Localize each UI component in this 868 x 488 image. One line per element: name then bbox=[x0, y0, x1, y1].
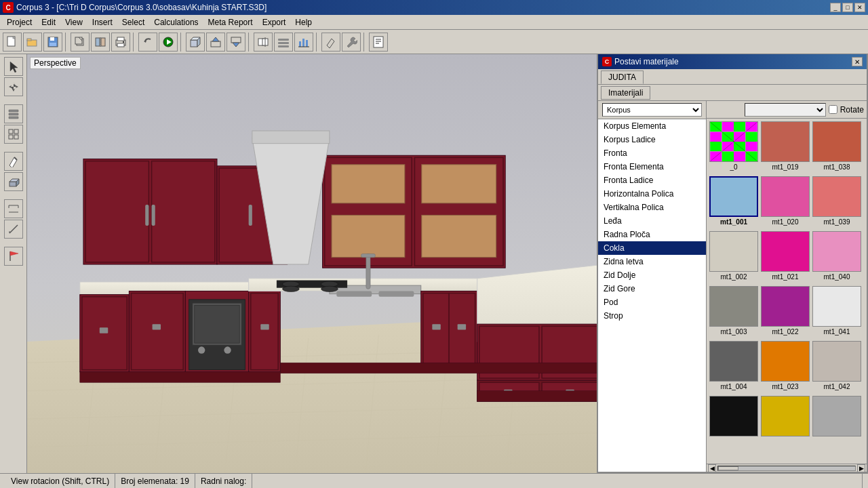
parts-item[interactable]: Fronta Ladice bbox=[598, 174, 706, 187]
mat-cell-001[interactable]: mt1_001 bbox=[709, 176, 758, 226]
tb-tools[interactable] bbox=[274, 33, 293, 52]
tb-report[interactable] bbox=[369, 33, 388, 52]
korpus-dropdown[interactable]: Korpus bbox=[602, 103, 702, 117]
parts-item[interactable]: Zid Gore bbox=[598, 282, 706, 296]
lt-measure[interactable] bbox=[4, 220, 23, 239]
parts-item[interactable]: Zid Dolje bbox=[598, 268, 706, 282]
tb-chart[interactable] bbox=[294, 33, 313, 52]
parts-item[interactable]: Fronta Elementa bbox=[598, 160, 706, 174]
lt-flag[interactable] bbox=[4, 247, 23, 266]
mat-cell-021[interactable]: mt1_021 bbox=[761, 231, 810, 281]
mat-cell-002[interactable]: mt1_002 bbox=[709, 231, 758, 281]
parts-item[interactable]: Fronta bbox=[598, 146, 706, 160]
mat-cell-scroll-gray[interactable] bbox=[812, 396, 861, 436]
tb-wrench[interactable] bbox=[342, 33, 361, 52]
mat-cell-scroll-yellow[interactable] bbox=[761, 396, 810, 436]
svg-rect-50 bbox=[9, 135, 13, 139]
tb-open[interactable] bbox=[23, 33, 42, 52]
scroll-right-button[interactable]: ▶ bbox=[857, 464, 865, 472]
lt-dimension[interactable] bbox=[4, 199, 23, 218]
tb-export[interactable] bbox=[206, 33, 225, 52]
mat-cell-019[interactable]: mt1_019 bbox=[761, 121, 810, 171]
tab-imaterijali[interactable]: Imaterijali bbox=[601, 86, 650, 100]
svg-rect-23 bbox=[211, 41, 220, 47]
lt-select[interactable] bbox=[4, 57, 23, 76]
mat-cell-004[interactable]: mt1_004 bbox=[709, 341, 758, 390]
mat-cell-041[interactable]: mt1_041 bbox=[812, 286, 861, 336]
menu-calculations[interactable]: Calculations bbox=[150, 16, 202, 28]
tb-run[interactable] bbox=[159, 33, 178, 52]
lt-grid[interactable] bbox=[4, 125, 23, 144]
scroll-thumb[interactable] bbox=[718, 466, 738, 470]
viewport[interactable]: Perspective bbox=[27, 54, 597, 473]
material-panel-titlebar: C Postavi materijale ✕ bbox=[598, 54, 867, 69]
lt-draw[interactable] bbox=[4, 152, 23, 171]
tab-judita[interactable]: JUDITA bbox=[601, 70, 644, 84]
scroll-left-button[interactable]: ◀ bbox=[708, 464, 716, 472]
tb-save[interactable] bbox=[43, 33, 62, 52]
close-button[interactable]: ✕ bbox=[854, 3, 865, 12]
menu-export[interactable]: Export bbox=[258, 16, 290, 28]
svg-rect-126 bbox=[432, 324, 440, 329]
mat-cell-039[interactable]: mt1_039 bbox=[812, 176, 861, 226]
rotate-checkbox[interactable] bbox=[829, 105, 837, 114]
parts-item[interactable]: Pod bbox=[598, 296, 706, 309]
parts-item[interactable]: Vertikalna Polica bbox=[598, 201, 706, 214]
parts-list-header: Korpus bbox=[598, 101, 706, 119]
mat-label-0: _0 bbox=[730, 163, 737, 171]
menu-project[interactable]: Project bbox=[3, 16, 36, 28]
status-action: View rotacion (Shift, CTRL) bbox=[5, 474, 115, 488]
parts-item[interactable]: Cokla bbox=[598, 241, 706, 255]
maximize-button[interactable]: □ bbox=[842, 3, 853, 12]
scroll-track[interactable] bbox=[717, 466, 856, 471]
mat-cell-003[interactable]: mt1_003 bbox=[709, 286, 758, 336]
parts-item[interactable]: Zidna letva bbox=[598, 255, 706, 268]
mat-cell-040[interactable]: mt1_040 bbox=[812, 231, 861, 281]
parts-item[interactable]: Korpus Ladice bbox=[598, 133, 706, 146]
mat-swatch-bottom2 bbox=[761, 396, 810, 436]
mat-cell-scroll-black[interactable] bbox=[709, 396, 758, 436]
parts-item[interactable]: Horizontalna Polica bbox=[598, 187, 706, 201]
mat-cell-0[interactable]: _0 bbox=[709, 121, 758, 171]
mat-swatch-021 bbox=[761, 231, 810, 272]
parts-item[interactable]: Radna Ploča bbox=[598, 228, 706, 241]
tb-sep2 bbox=[133, 33, 136, 52]
tb-3d-box[interactable] bbox=[186, 33, 205, 52]
material-filter-dropdown[interactable] bbox=[745, 103, 826, 117]
parts-list: Korpus Korpus ElementaKorpus LadiceFront… bbox=[598, 101, 707, 472]
lt-layers[interactable] bbox=[4, 104, 23, 123]
svg-rect-14 bbox=[117, 37, 124, 41]
parts-item[interactable]: Strop bbox=[598, 309, 706, 323]
tb-copy-special[interactable] bbox=[71, 33, 90, 52]
menu-view[interactable]: View bbox=[61, 16, 87, 28]
menu-select[interactable]: Select bbox=[118, 16, 149, 28]
tb-new[interactable] bbox=[3, 33, 22, 52]
tb-mirror[interactable] bbox=[91, 33, 110, 52]
panel-close-button[interactable]: ✕ bbox=[852, 57, 863, 66]
menu-help[interactable]: Help bbox=[291, 16, 316, 28]
mat-cell-023[interactable]: mt1_023 bbox=[761, 341, 810, 390]
svg-rect-99 bbox=[100, 327, 108, 333]
mat-cell-022[interactable]: mt1_022 bbox=[761, 286, 810, 336]
parts-item[interactable]: Korpus Elementa bbox=[598, 119, 706, 133]
menu-meta-report[interactable]: Meta Report bbox=[204, 16, 257, 28]
material-scrollbar: ◀ ▶ bbox=[707, 464, 867, 472]
status-elements: Broj elemenata: 19 bbox=[115, 474, 195, 488]
minimize-button[interactable]: _ bbox=[830, 3, 841, 12]
menu-insert[interactable]: Insert bbox=[88, 16, 117, 28]
tb-import[interactable] bbox=[226, 33, 245, 52]
mat-cell-020[interactable]: mt1_020 bbox=[761, 176, 810, 226]
svg-rect-98 bbox=[82, 297, 127, 370]
mat-cell-042[interactable]: mt1_042 bbox=[812, 341, 861, 390]
svg-rect-5 bbox=[50, 37, 54, 41]
tb-undo[interactable] bbox=[138, 33, 157, 52]
tb-copy-obj[interactable] bbox=[254, 33, 273, 52]
menu-edit[interactable]: Edit bbox=[37, 16, 60, 28]
tb-edit-tool[interactable] bbox=[321, 33, 340, 52]
mat-cell-038[interactable]: mt1_038 bbox=[812, 121, 861, 171]
tb-print[interactable] bbox=[111, 33, 130, 52]
lt-move[interactable] bbox=[4, 77, 23, 96]
lt-extrude[interactable] bbox=[4, 172, 23, 191]
parts-item[interactable]: Leđa bbox=[598, 214, 706, 228]
title-bar-controls[interactable]: _ □ ✕ bbox=[830, 3, 865, 12]
